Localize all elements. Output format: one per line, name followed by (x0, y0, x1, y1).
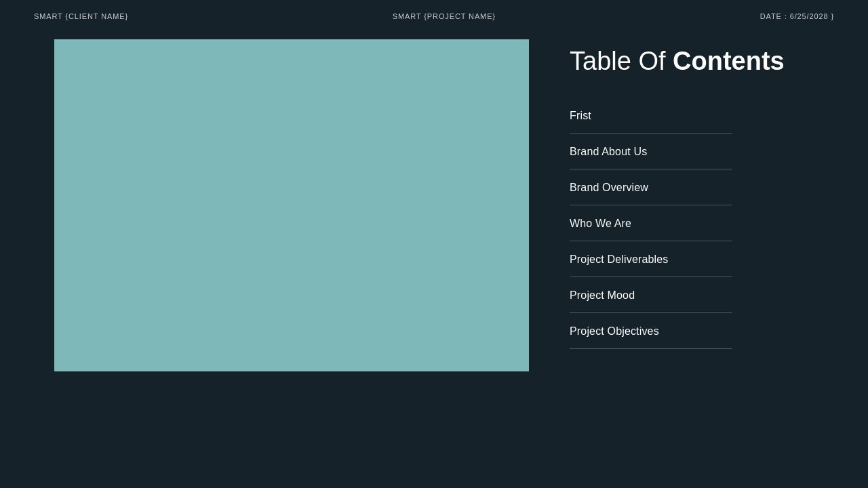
project-name: SMART {PROJECT NAME} (393, 12, 496, 20)
toc-item[interactable]: Project Objectives (570, 313, 732, 349)
main-content: Table Of Contents FristBrand About UsBra… (0, 33, 868, 399)
toc-item[interactable]: Frist (570, 98, 732, 134)
date: DATE : 6/25/2028 } (760, 12, 834, 20)
toc-title: Table Of Contents (570, 46, 814, 77)
toc-title-light: Table Of (570, 47, 673, 75)
hero-image (54, 39, 529, 371)
toc-item[interactable]: Who We Are (570, 205, 732, 241)
toc-title-bold: Contents (673, 47, 785, 75)
toc-list: FristBrand About UsBrand OverviewWho We … (570, 98, 732, 349)
toc-item[interactable]: Brand About Us (570, 134, 732, 169)
toc-item[interactable]: Brand Overview (570, 169, 732, 205)
page-header: SMART {CLIENT NAME} SMART {PROJECT NAME}… (0, 0, 868, 33)
toc-panel: Table Of Contents FristBrand About UsBra… (570, 39, 814, 349)
toc-item[interactable]: Project Deliverables (570, 241, 732, 277)
toc-item[interactable]: Project Mood (570, 277, 732, 313)
client-name: SMART {CLIENT NAME} (34, 12, 128, 20)
